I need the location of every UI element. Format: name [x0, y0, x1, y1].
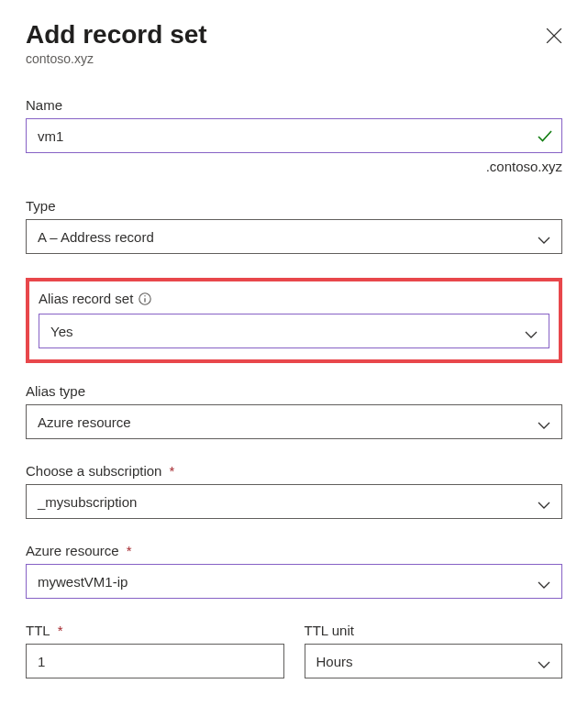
chevron-down-icon — [538, 497, 550, 506]
chevron-down-icon — [538, 417, 550, 426]
ttl-unit-value: Hours — [316, 654, 353, 669]
alias-record-set-value: Yes — [50, 324, 72, 339]
chevron-down-icon — [538, 232, 550, 241]
alias-record-set-select[interactable]: Yes — [39, 314, 549, 348]
ttl-unit-select[interactable]: Hours — [305, 644, 563, 678]
subscription-label: Choose a subscription — [26, 463, 161, 479]
info-icon[interactable] — [139, 292, 151, 305]
ttl-label: TTL — [26, 623, 50, 638]
type-select[interactable]: A – Address record — [26, 219, 562, 254]
required-indicator: * — [127, 543, 132, 558]
type-label: Type — [26, 198, 562, 214]
alias-type-select[interactable]: Azure resource — [26, 404, 562, 439]
subscription-value: _mysubscription — [38, 494, 137, 510]
azure-resource-value: mywestVM1-ip — [38, 574, 128, 590]
type-value: A – Address record — [38, 229, 154, 245]
name-input[interactable] — [26, 118, 562, 153]
subscription-select[interactable]: _mysubscription — [26, 484, 562, 519]
alias-record-set-highlight: Alias record set Yes — [26, 278, 562, 363]
chevron-down-icon — [538, 656, 550, 666]
check-icon — [537, 127, 553, 144]
chevron-down-icon — [525, 326, 538, 336]
required-indicator: * — [58, 623, 63, 638]
svg-point-4 — [145, 295, 146, 296]
alias-type-value: Azure resource — [38, 414, 131, 430]
close-icon[interactable] — [546, 28, 562, 44]
azure-resource-label: Azure resource — [26, 543, 119, 558]
chevron-down-icon — [538, 577, 550, 586]
alias-type-label: Alias type — [26, 383, 562, 399]
ttl-input[interactable] — [26, 644, 284, 678]
page-title: Add record set — [26, 20, 207, 50]
required-indicator: * — [169, 463, 174, 479]
name-label: Name — [26, 97, 562, 113]
ttl-unit-label: TTL unit — [305, 623, 563, 638]
alias-record-set-label: Alias record set — [39, 291, 133, 306]
name-suffix: .contoso.xyz — [26, 159, 562, 174]
page-subtitle: contoso.xyz — [26, 51, 562, 66]
azure-resource-select[interactable]: mywestVM1-ip — [26, 564, 562, 599]
